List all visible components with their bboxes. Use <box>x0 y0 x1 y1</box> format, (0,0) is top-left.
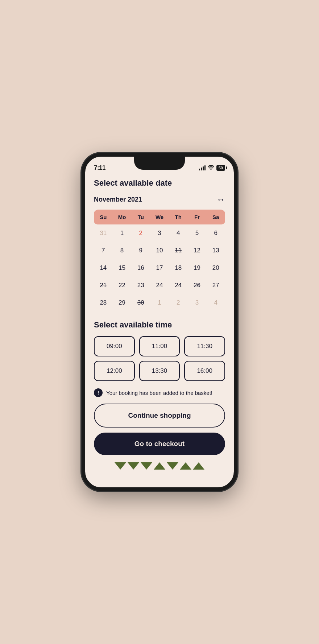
cal-day-5[interactable]: 5 <box>188 224 207 242</box>
signal-bar-2 <box>201 168 202 170</box>
cal-day-7[interactable]: 7 <box>94 242 113 259</box>
cal-day-30: 30 <box>131 294 150 311</box>
day-header-tu: Tu <box>131 210 150 224</box>
cal-day-9[interactable]: 9 <box>131 242 150 259</box>
cal-day-18[interactable]: 18 <box>169 259 188 277</box>
deco-tri-1 <box>115 462 126 470</box>
wifi-icon <box>208 165 214 171</box>
deco-tri-2 <box>128 462 139 470</box>
cal-day-14[interactable]: 14 <box>94 259 113 277</box>
day-header-th: Th <box>169 210 188 224</box>
time-slot-1330[interactable]: 13:30 <box>139 361 180 381</box>
cal-day-1-dec[interactable]: 1 <box>150 294 169 311</box>
cal-day-28[interactable]: 28 <box>94 294 113 311</box>
cal-day-4-dec[interactable]: 4 <box>206 294 225 311</box>
main-content: Select available date November 2021 ↔ Su… <box>85 175 234 491</box>
cal-day-17[interactable]: 17 <box>150 259 169 277</box>
cal-day-8[interactable]: 8 <box>113 242 132 259</box>
date-section-title: Select available date <box>94 178 225 188</box>
signal-bar-4 <box>204 165 206 170</box>
time-slot-1200[interactable]: 12:00 <box>94 361 135 381</box>
cal-day-24b[interactable]: 24 <box>169 277 188 294</box>
cal-day-21: 21 <box>94 277 113 294</box>
cal-day-22[interactable]: 22 <box>113 277 132 294</box>
cal-day-15[interactable]: 15 <box>113 259 132 277</box>
phone-frame: 7:11 50 Select available date <box>82 153 237 491</box>
cal-day-3: 3 <box>150 224 169 242</box>
cal-day-29[interactable]: 29 <box>113 294 132 311</box>
deco-tri-4 <box>154 462 165 470</box>
time-grid-row1: 09:00 11:00 11:30 <box>94 336 225 356</box>
cal-day-31-oct[interactable]: 31 <box>94 224 113 242</box>
cal-day-24[interactable]: 24 <box>150 277 169 294</box>
cal-day-6[interactable]: 6 <box>206 224 225 242</box>
signal-bars-icon <box>199 165 206 170</box>
calendar-days-header: Su Mo Tu We Th Fr Sa <box>94 210 225 224</box>
cal-day-13[interactable]: 13 <box>206 242 225 259</box>
battery-indicator: 50 <box>216 165 225 171</box>
time-slot-0900[interactable]: 09:00 <box>94 336 135 356</box>
calendar-nav-arrows[interactable]: ↔ <box>216 194 225 205</box>
cal-day-26: 26 <box>188 277 207 294</box>
signal-bar-3 <box>203 166 204 170</box>
continue-shopping-button[interactable]: Continue shopping <box>94 404 225 428</box>
calendar-body: 31 1 2 3 4 5 6 7 8 9 10 11 12 13 14 <box>94 224 225 311</box>
calendar-grid: Su Mo Tu We Th Fr Sa 31 1 2 3 4 5 <box>94 210 225 311</box>
go-to-checkout-button[interactable]: Go to checkout <box>94 433 225 455</box>
cal-day-20[interactable]: 20 <box>206 259 225 277</box>
notch <box>134 157 185 170</box>
deco-tri-7 <box>193 462 204 470</box>
time-slot-1130[interactable]: 11:30 <box>184 336 225 356</box>
signal-bar-1 <box>199 169 200 170</box>
status-time: 7:11 <box>94 164 105 172</box>
calendar: November 2021 ↔ Su Mo Tu We Th Fr Sa 31 <box>94 194 225 311</box>
time-slots: 09:00 11:00 11:30 12:00 13:30 16:00 <box>94 336 225 381</box>
day-header-fr: Fr <box>188 210 207 224</box>
deco-tri-5 <box>167 462 178 470</box>
time-slot-1600[interactable]: 16:00 <box>184 361 225 381</box>
calendar-month: November 2021 <box>94 196 142 203</box>
cal-day-10[interactable]: 10 <box>150 242 169 259</box>
basket-message: Your booking has been added to the baske… <box>106 390 212 396</box>
deco-tri-3 <box>141 462 152 470</box>
cal-day-2[interactable]: 2 <box>131 224 150 242</box>
day-header-sa: Sa <box>206 210 225 224</box>
day-header-mo: Mo <box>113 210 132 224</box>
cal-day-19[interactable]: 19 <box>188 259 207 277</box>
time-section-title: Select available time <box>94 320 225 330</box>
calendar-header: November 2021 ↔ <box>94 194 225 205</box>
day-header-we: We <box>150 210 169 224</box>
day-header-su: Su <box>94 210 113 224</box>
deco-tri-6 <box>180 462 191 470</box>
cal-day-23[interactable]: 23 <box>131 277 150 294</box>
cal-day-2-dec[interactable]: 2 <box>169 294 188 311</box>
cal-day-3-dec[interactable]: 3 <box>188 294 207 311</box>
status-icons: 50 <box>199 165 225 171</box>
cal-day-12[interactable]: 12 <box>188 242 207 259</box>
bottom-decoration <box>94 462 225 473</box>
cal-day-11: 11 <box>169 242 188 259</box>
time-slot-1100[interactable]: 11:00 <box>139 336 180 356</box>
basket-notification: ! Your booking has been added to the bas… <box>94 388 225 397</box>
cal-day-16[interactable]: 16 <box>131 259 150 277</box>
info-icon: ! <box>94 388 103 397</box>
cal-day-27[interactable]: 27 <box>206 277 225 294</box>
cal-day-1[interactable]: 1 <box>113 224 132 242</box>
cal-day-4[interactable]: 4 <box>169 224 188 242</box>
time-grid-row2: 12:00 13:30 16:00 <box>94 361 225 381</box>
